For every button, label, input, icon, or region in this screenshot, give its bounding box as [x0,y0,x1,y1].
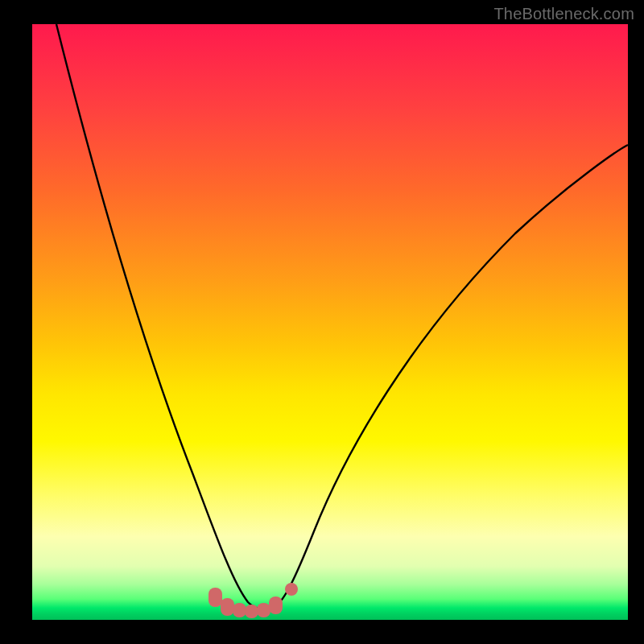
marker-dot [257,603,270,617]
marker-dot [285,583,298,596]
bottleneck-curve-path [56,24,628,610]
marker-dot [269,597,283,614]
marker-dot [245,605,258,618]
watermark-text: TheBottleneck.com [493,5,634,23]
plot-area [32,24,628,620]
bottom-markers [208,583,298,618]
marker-dot [208,588,222,607]
marker-dot [221,598,234,616]
curve-layer [32,24,628,620]
chart-frame: TheBottleneck.com [0,0,644,644]
marker-dot [233,603,246,617]
